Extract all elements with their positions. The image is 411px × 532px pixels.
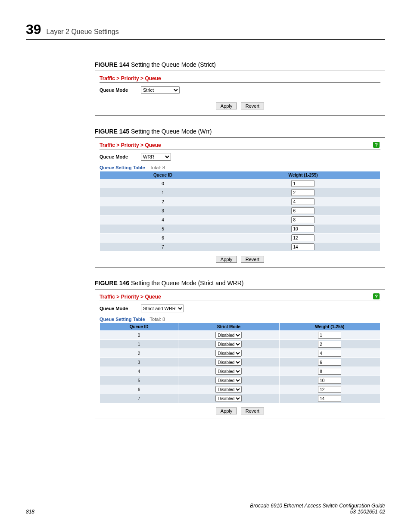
breadcrumb: Traffic > Priority > Queue xyxy=(100,140,161,149)
weight-input[interactable] xyxy=(318,341,341,348)
table-cell: 6 xyxy=(100,385,178,394)
page-number: 818 xyxy=(26,509,34,515)
queue-setting-table-title: Queue Setting Table xyxy=(100,165,145,170)
table-cell: 7 xyxy=(100,394,178,403)
col-queue-id: Queue ID xyxy=(100,171,226,179)
doc-number: 53-1002651-02 xyxy=(250,509,385,515)
weight-input[interactable] xyxy=(318,359,341,366)
queue-mode-select[interactable]: Strict and WRR xyxy=(141,305,184,312)
table-cell: 1 xyxy=(100,340,178,349)
strict-mode-select[interactable]: Disabled xyxy=(215,350,242,357)
strict-mode-select[interactable]: Disabled xyxy=(215,332,242,339)
table-cell: 4 xyxy=(100,215,226,224)
revert-button[interactable] xyxy=(241,408,264,414)
apply-button[interactable] xyxy=(216,103,237,109)
weight-input[interactable] xyxy=(291,180,314,187)
weight-input[interactable] xyxy=(291,234,314,241)
weight-input[interactable] xyxy=(291,243,314,250)
breadcrumb: Traffic > Priority > Queue xyxy=(100,74,380,83)
strict-mode-select[interactable]: Disabled xyxy=(215,377,242,384)
table-cell: 5 xyxy=(100,376,178,385)
apply-button[interactable] xyxy=(216,408,237,414)
help-icon[interactable]: ? xyxy=(373,142,380,148)
queue-setting-table-title: Queue Setting Table xyxy=(100,317,145,322)
weight-input[interactable] xyxy=(318,350,341,357)
queue-mode-label: Queue Mode xyxy=(100,154,128,159)
figure-146-panel: Traffic > Priority > Queue ? Queue Mode … xyxy=(95,289,385,419)
table-cell: 2 xyxy=(100,349,178,358)
weight-input[interactable] xyxy=(318,377,341,384)
weight-input[interactable] xyxy=(318,368,341,375)
col-weight: Weight (1-255) xyxy=(279,323,380,331)
weight-input[interactable] xyxy=(291,189,314,196)
queue-setting-table: Queue ID Strict Mode Weight (1-255) 0Dis… xyxy=(100,323,380,403)
figure-145-caption: Setting the Queue Mode (Wrr) xyxy=(131,128,212,135)
figure-144-number: FIGURE 144 xyxy=(95,61,129,68)
doc-title: Brocade 6910 Ethernet Access Switch Conf… xyxy=(250,503,385,509)
queue-mode-select[interactable]: Strict xyxy=(141,86,180,94)
strict-mode-select[interactable]: Disabled xyxy=(215,395,242,402)
strict-mode-select[interactable]: Disabled xyxy=(215,368,242,375)
queue-mode-label: Queue Mode xyxy=(100,87,128,93)
figure-146-number: FIGURE 146 xyxy=(95,280,129,286)
apply-button[interactable] xyxy=(216,256,237,263)
table-cell: 7 xyxy=(100,243,226,252)
weight-input[interactable] xyxy=(318,386,341,393)
figure-144-caption: Setting the Queue Mode (Strict) xyxy=(131,61,216,68)
help-icon[interactable]: ? xyxy=(373,293,380,299)
queue-mode-label: Queue Mode xyxy=(100,306,128,311)
table-cell: 6 xyxy=(100,233,226,243)
table-cell: 5 xyxy=(100,224,226,233)
figure-145-panel: Traffic > Priority > Queue ? Queue Mode … xyxy=(95,137,385,268)
weight-input[interactable] xyxy=(291,225,314,232)
queue-setting-table-total: Total: 8 xyxy=(150,165,165,170)
revert-button[interactable] xyxy=(241,103,264,109)
col-strict-mode: Strict Mode xyxy=(178,323,279,331)
queue-setting-table-total: Total: 8 xyxy=(150,317,165,322)
table-cell: 3 xyxy=(100,358,178,367)
header-rule xyxy=(26,39,385,40)
weight-input[interactable] xyxy=(291,207,314,214)
queue-setting-table: Queue ID Weight (1-255) 0 1 2 3 4 5 6 7 xyxy=(100,171,380,252)
chapter-title: Layer 2 Queue Settings xyxy=(47,28,119,36)
figure-144-panel: Traffic > Priority > Queue Queue Mode St… xyxy=(95,71,385,116)
figure-145-number: FIGURE 145 xyxy=(95,128,129,135)
weight-input[interactable] xyxy=(291,198,314,205)
strict-mode-select[interactable]: Disabled xyxy=(215,359,242,366)
table-cell: 1 xyxy=(100,188,226,197)
strict-mode-select[interactable]: Disabled xyxy=(215,341,242,348)
strict-mode-select[interactable]: Disabled xyxy=(215,386,242,393)
revert-button[interactable] xyxy=(241,256,264,263)
weight-input[interactable] xyxy=(318,332,341,339)
col-weight: Weight (1-255) xyxy=(226,171,380,179)
chapter-number: 39 xyxy=(26,22,41,37)
weight-input[interactable] xyxy=(291,216,314,223)
col-queue-id: Queue ID xyxy=(100,323,178,331)
table-cell: 0 xyxy=(100,331,178,340)
table-cell: 0 xyxy=(100,179,226,188)
table-cell: 2 xyxy=(100,197,226,206)
table-cell: 3 xyxy=(100,206,226,215)
table-cell: 4 xyxy=(100,367,178,376)
figure-146-caption: Setting the Queue Mode (Strict and WRR) xyxy=(131,280,243,286)
weight-input[interactable] xyxy=(318,395,341,402)
queue-mode-select[interactable]: WRR xyxy=(141,153,171,161)
breadcrumb: Traffic > Priority > Queue xyxy=(100,292,161,301)
